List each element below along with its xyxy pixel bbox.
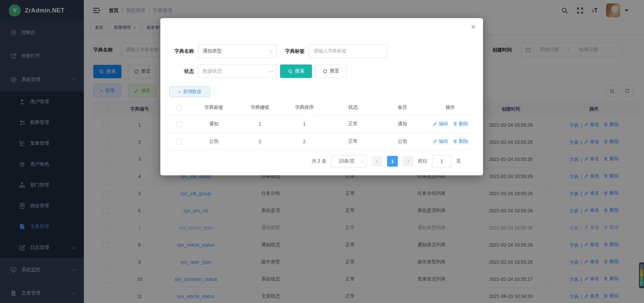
- edit-link[interactable]: 编辑: [433, 138, 448, 144]
- modal-table-row: 通知11正常通知编辑删除: [169, 115, 475, 133]
- delete-link[interactable]: 删除: [453, 121, 468, 127]
- modal-dict-label-input[interactable]: 请输入字典标签: [309, 44, 387, 58]
- dict-data-dialog: × 字典名称 通知类型 字典标签 请输入字典标签 状态 数据状态 搜索 重置 +…: [160, 18, 483, 175]
- modal-col-label: 字典标签: [190, 100, 238, 115]
- goto-page-input[interactable]: 1: [432, 155, 451, 167]
- search-icon: [288, 69, 293, 74]
- current-page-button[interactable]: 1: [387, 156, 398, 167]
- delete-link[interactable]: 删除: [453, 138, 468, 144]
- modal-search-button[interactable]: 搜索: [280, 64, 312, 78]
- modal-select-all-checkbox[interactable]: [177, 105, 182, 111]
- modal-col-remark: 备注: [379, 100, 426, 115]
- cell-status: 正常: [327, 115, 379, 133]
- row-checkbox[interactable]: [177, 139, 182, 144]
- chevron-right-icon: [406, 159, 409, 163]
- trash-icon: [453, 122, 458, 126]
- chevron-down-icon: [361, 159, 364, 163]
- modal-add-data-button[interactable]: + 新增数据: [169, 86, 210, 97]
- plus-icon: +: [178, 89, 181, 94]
- modal-dict-name-label: 字典名称: [160, 44, 194, 58]
- cell-label: 公告: [190, 133, 238, 150]
- cell-value: 1: [238, 115, 282, 133]
- cell-status: 正常: [327, 133, 379, 150]
- modal-select-all-header: [169, 100, 190, 115]
- modal-table-row: 公告22正常公告编辑删除: [169, 133, 475, 150]
- cell-value: 2: [238, 133, 282, 150]
- refresh-icon: [323, 69, 328, 74]
- cell-sort: 1: [282, 115, 327, 133]
- modal-dict-name-select[interactable]: 通知类型: [198, 44, 277, 58]
- page-size-select[interactable]: 10条/页: [331, 155, 367, 167]
- app-root: V ZrAdmin.NET 控制台外部打开系统管理用户管理权限管理菜单管理用户角…: [0, 0, 644, 303]
- modal-pagination: 共 2 条 10条/页 1 前往 1 页: [160, 155, 461, 168]
- goto-label: 前往: [418, 158, 427, 164]
- minimap-stripes: [640, 265, 643, 286]
- modal-col-actions: 操作: [426, 100, 475, 115]
- cell-remark: 通知: [379, 115, 426, 133]
- edit-link[interactable]: 编辑: [433, 121, 448, 127]
- pagination-total: 共 2 条: [312, 158, 326, 164]
- modal-reset-button[interactable]: 重置: [315, 64, 346, 78]
- pencil-icon: [433, 139, 437, 144]
- close-icon[interactable]: ×: [471, 23, 476, 31]
- modal-table-header-row: 字典标签 字典键值 字典排序 状态 备注 操作: [169, 100, 475, 115]
- cell-sort: 2: [282, 133, 327, 150]
- modal-dict-data-table: 字典标签 字典键值 字典排序 状态 备注 操作 通知11正常通知编辑删除公告22…: [169, 100, 475, 150]
- cell-remark: 公告: [379, 133, 426, 150]
- modal-col-value: 字典键值: [238, 100, 282, 115]
- modal-col-sort: 字典排序: [282, 100, 327, 115]
- pencil-icon: [433, 122, 437, 126]
- modal-dict-label-label: 字典标签: [271, 44, 305, 58]
- scroll-minimap-widget[interactable]: [639, 262, 644, 288]
- chevron-down-icon: [269, 69, 273, 73]
- modal-status-label: 状态: [160, 64, 194, 78]
- modal-status-select[interactable]: 数据状态: [198, 64, 277, 78]
- modal-col-status: 状态: [327, 100, 379, 115]
- chevron-left-icon: [376, 159, 379, 163]
- prev-page-button[interactable]: [372, 156, 382, 167]
- goto-page-suffix: 页: [456, 158, 461, 164]
- next-page-button[interactable]: [402, 156, 413, 167]
- trash-icon: [453, 139, 458, 144]
- row-checkbox[interactable]: [177, 122, 182, 127]
- cell-label: 通知: [190, 115, 238, 133]
